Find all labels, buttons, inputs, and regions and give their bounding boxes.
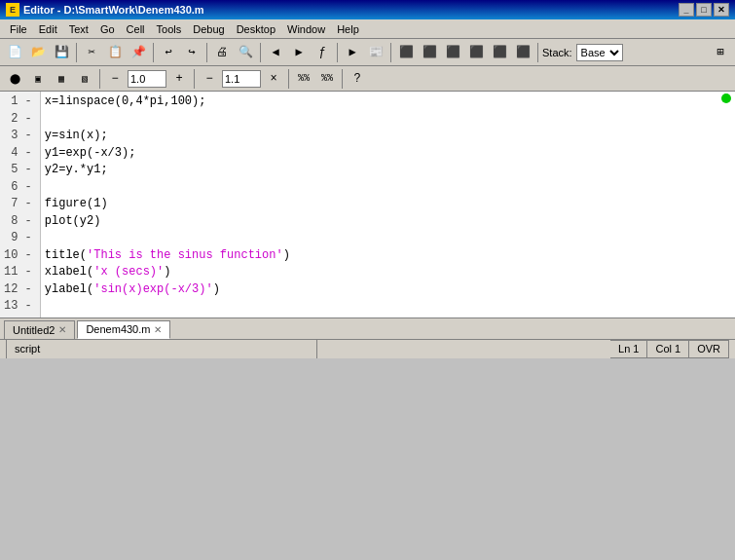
minus-btn[interactable]: −: [104, 68, 126, 90]
publish-button[interactable]: 📰: [365, 42, 386, 63]
zoom-input2[interactable]: 1.1: [222, 70, 261, 88]
status-mode: script: [6, 340, 317, 358]
linenum-2: 2 -: [4, 111, 36, 129]
separator5: [337, 43, 338, 62]
forward-button[interactable]: ▶: [288, 42, 310, 63]
menu-tools[interactable]: Tools: [151, 22, 188, 36]
linenum-3: 3 -: [4, 128, 36, 145]
copy-button[interactable]: 📋: [104, 42, 126, 63]
linenum-11: 11 -: [4, 264, 36, 281]
separator6: [390, 43, 391, 62]
back-button[interactable]: ◀: [265, 42, 286, 63]
tb-btn6[interactable]: ⬛: [512, 42, 533, 63]
code-line-13: [45, 298, 731, 316]
open-button[interactable]: 📂: [27, 42, 49, 63]
code-line-12: ylabel('sin(x)exp(-x/3)'): [45, 281, 731, 299]
tb-btn4[interactable]: ⬛: [465, 42, 487, 63]
code-line-5: y2=y.*y1;: [45, 162, 731, 179]
editor-icon: E: [6, 3, 19, 17]
restore-button[interactable]: □: [696, 3, 712, 17]
code-line-11: xlabel('x (secs)'): [45, 264, 731, 281]
linenum-5: 5 -: [4, 162, 36, 179]
tab-bar: Untitled2 ✕ Denem430.m ✕: [0, 317, 735, 339]
linenum-7: 7 -: [4, 196, 36, 213]
find-button[interactable]: 🔍: [235, 42, 256, 63]
code-line-2: [45, 111, 731, 129]
cut-button[interactable]: ✂: [81, 42, 102, 63]
run-button[interactable]: ▶: [342, 42, 363, 63]
fx-button[interactable]: ƒ: [312, 42, 333, 63]
tb2-btn2[interactable]: ▦: [51, 68, 72, 90]
tab-untitled2-close[interactable]: ✕: [58, 324, 66, 335]
tab-denem430[interactable]: Denem430.m ✕: [77, 320, 170, 339]
tb2-btn1[interactable]: ▣: [27, 68, 49, 90]
close-button[interactable]: ✕: [714, 3, 729, 17]
line-numbers: 1 - 2 - 3 - 4 - 5 - 6 - 7 - 8 - 9 - 10 -…: [0, 92, 41, 317]
cell-btn2[interactable]: %%: [316, 68, 338, 90]
status-bar: script Ln 1 Col 1 OVR: [0, 339, 735, 358]
menu-desktop[interactable]: Desktop: [231, 22, 281, 36]
tb-btn1[interactable]: ⬛: [395, 42, 417, 63]
minimize-button[interactable]: _: [679, 3, 694, 17]
title-bar-buttons[interactable]: _ □ ✕: [679, 3, 729, 17]
status-mode-text: script: [15, 343, 40, 355]
tb-btn5[interactable]: ⬛: [489, 42, 510, 63]
tab-untitled2[interactable]: Untitled2 ✕: [4, 320, 75, 339]
code-line-8: plot(y2): [45, 213, 731, 231]
zoom-input1[interactable]: 1.0: [128, 70, 166, 88]
linenum-1: 1 -: [4, 93, 36, 111]
status-indicator: [721, 93, 731, 103]
status-ovr: OVR: [689, 340, 729, 358]
linenum-4: 4 -: [4, 145, 36, 163]
menu-text[interactable]: Text: [63, 22, 94, 36]
paste-button[interactable]: 📌: [128, 42, 149, 63]
tab-denem430-label: Denem430.m: [86, 323, 150, 335]
linenum-8: 8 -: [4, 213, 36, 231]
separator3: [206, 43, 207, 62]
redo-button[interactable]: ↪: [181, 42, 202, 63]
tab-denem430-close[interactable]: ✕: [154, 324, 162, 335]
toolbar1: 📄 📂 💾 ✂ 📋 📌 ↩ ↪ 🖨 🔍 ◀ ▶ ƒ ▶ 📰 ⬛ ⬛ ⬛ ⬛ ⬛ …: [0, 39, 735, 66]
code-line-4: y1=exp(-x/3);: [45, 145, 731, 163]
status-col: Col 1: [647, 340, 689, 358]
tb2-btn3[interactable]: ▧: [74, 68, 95, 90]
menu-help[interactable]: Help: [331, 22, 365, 36]
menu-window[interactable]: Window: [281, 22, 331, 36]
linenum-9: 9 -: [4, 230, 36, 247]
window-title: Editor - D:\SmartWork\Denem430.m: [23, 4, 204, 16]
menu-bar: File Edit Text Go Cell Tools Debug Deskt…: [0, 19, 735, 39]
code-line-10: title('This is the sinus function'): [45, 247, 731, 265]
tb-btn2[interactable]: ⬛: [419, 42, 440, 63]
stack-select[interactable]: Base: [576, 44, 623, 61]
linenum-13: 13 -: [4, 298, 36, 316]
breakpoint-button[interactable]: ⬤: [4, 68, 25, 90]
menu-file[interactable]: File: [4, 22, 33, 36]
stack-label: Stack:: [542, 47, 572, 58]
separator7: [537, 43, 538, 62]
separator10: [288, 69, 289, 89]
new-button[interactable]: 📄: [4, 42, 25, 63]
help-btn[interactable]: ?: [347, 68, 368, 90]
linenum-6: 6 -: [4, 179, 36, 197]
menu-debug[interactable]: Debug: [187, 22, 230, 36]
status-ln: Ln 1: [610, 340, 647, 358]
undo-button[interactable]: ↩: [158, 42, 179, 63]
tb-btn3[interactable]: ⬛: [442, 42, 463, 63]
menu-edit[interactable]: Edit: [33, 22, 63, 36]
cell-btn1[interactable]: %%: [293, 68, 314, 90]
linenum-10: 10 -: [4, 247, 36, 265]
save-button[interactable]: 💾: [51, 42, 72, 63]
print-button[interactable]: 🖨: [211, 42, 233, 63]
plus-btn2[interactable]: ×: [263, 68, 284, 90]
code-line-7: figure(1): [45, 196, 731, 213]
separator1: [76, 43, 77, 62]
editor-main: 1 - 2 - 3 - 4 - 5 - 6 - 7 - 8 - 9 - 10 -…: [0, 92, 735, 317]
layout-button[interactable]: ⊞: [710, 42, 731, 63]
separator9: [194, 69, 195, 89]
minus-btn2[interactable]: −: [199, 68, 220, 90]
menu-cell[interactable]: Cell: [121, 22, 151, 36]
linenum-12: 12 -: [4, 281, 36, 299]
menu-go[interactable]: Go: [94, 22, 121, 36]
editor-content[interactable]: x=linspace(0,4*pi,100); y=sin(x); y1=exp…: [41, 92, 735, 317]
plus-btn[interactable]: +: [168, 68, 190, 90]
